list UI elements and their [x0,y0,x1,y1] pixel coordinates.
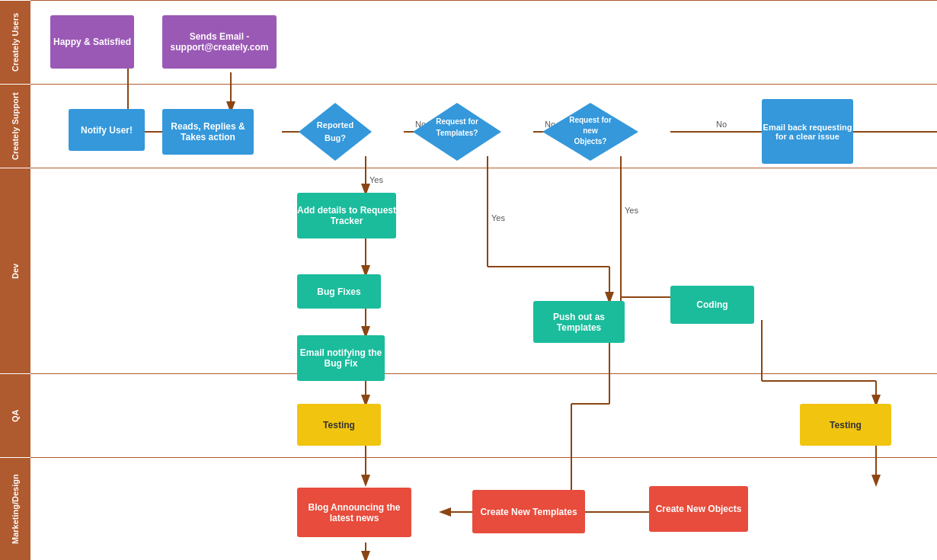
svg-text:Yes: Yes [491,213,505,222]
node-sends-email: Sends Email - support@creately.com [162,15,277,69]
svg-text:new: new [583,126,598,135]
svg-text:Objects?: Objects? [574,137,607,146]
lane-creately-users: Creately Users [0,0,30,84]
node-notify-user: Notify User! [69,109,145,151]
node-bug-fixes: Bug Fixes [297,274,381,309]
node-email-notifying: Email notifying the Bug Fix [297,335,385,381]
node-request-templates: Request for Templates? [411,101,503,162]
node-email-back: Email back requesting for a clear issue [762,99,853,164]
svg-text:Bug?: Bug? [325,133,346,142]
node-blog: Blog Announcing the latest news [297,488,411,537]
svg-text:Yes: Yes [625,206,638,215]
svg-text:Reported: Reported [317,120,353,130]
node-create-templates: Create New Templates [472,490,585,533]
svg-text:Templates?: Templates? [437,129,478,137]
svg-text:No: No [716,120,727,129]
node-coding: Coding [670,286,754,324]
node-testing-2: Testing [800,404,891,446]
lane-qa: QA [0,373,30,457]
lanes: Creately Users Creately Support Dev QA M… [0,0,30,560]
lane-marketing: Marketing/Design [0,457,30,560]
node-testing-1: Testing [297,404,381,446]
flow-arrows: No No No Yes Yes Yes [30,0,937,560]
diagram-container: Creately Users Creately Support Dev QA M… [0,0,937,560]
lane-creately-support: Creately Support [0,84,30,168]
node-add-details: Add details to Request Tracker [297,193,396,238]
node-reported-bug: Reported Bug? [297,101,373,162]
lane-dev: Dev [0,168,30,373]
node-reads-replies: Reads, Replies & Takes action [162,109,254,155]
svg-marker-34 [299,103,372,161]
node-happy: Happy & Satisfied [50,15,134,69]
node-create-objects: Create New Objects [649,486,748,532]
svg-text:Request for: Request for [569,116,612,124]
svg-text:Yes: Yes [369,175,383,184]
svg-text:Request for: Request for [436,117,478,126]
node-push-templates: Push out as Templates [533,301,625,343]
node-request-objects: Request for new Objects? [541,101,640,162]
